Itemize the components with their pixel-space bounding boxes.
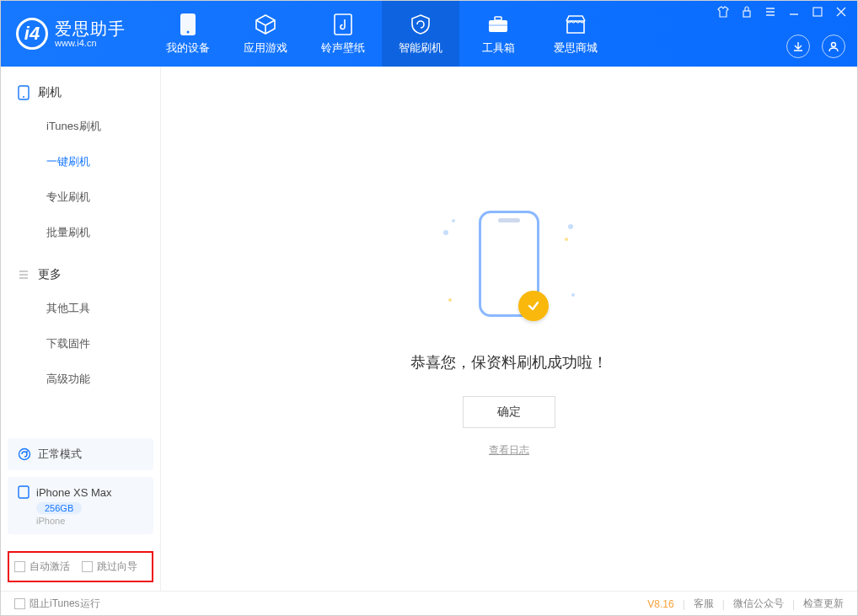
window-controls	[717, 6, 847, 18]
sidebar-item-other-tools[interactable]: 其他工具	[1, 291, 160, 326]
maximize-icon[interactable]	[812, 6, 823, 18]
device-card[interactable]: iPhone XS Max 256GB iPhone	[8, 477, 153, 534]
svg-rect-13	[19, 486, 29, 498]
nav-my-device[interactable]: 我的设备	[149, 1, 227, 67]
sidebar: 刷机 iTunes刷机 一键刷机 专业刷机 批量刷机 更多 其他工具 下载固件 …	[1, 67, 161, 591]
download-button[interactable]	[786, 35, 810, 58]
mode-card[interactable]: 正常模式	[8, 438, 153, 470]
cube-icon	[253, 12, 278, 37]
success-illustration	[442, 201, 576, 327]
nav-smart-flash[interactable]: 智能刷机	[382, 1, 459, 67]
phone-small-icon	[18, 485, 29, 499]
footer-link-update[interactable]: 检查更新	[803, 597, 844, 611]
footer-link-wechat[interactable]: 微信公众号	[733, 597, 784, 611]
list-icon	[18, 269, 29, 281]
briefcase-icon	[485, 12, 511, 37]
device-icon	[18, 85, 29, 100]
status-bar: 阻止iTunes运行 V8.16 | 客服 | 微信公众号 | 检查更新	[1, 591, 857, 616]
sidebar-item-itunes-flash[interactable]: iTunes刷机	[1, 109, 160, 144]
main-content: 恭喜您，保资料刷机成功啦！ 确定 查看日志	[161, 67, 857, 591]
logo-icon: i4	[16, 18, 48, 50]
close-icon[interactable]	[835, 6, 847, 18]
refresh-icon	[18, 447, 31, 461]
device-type: iPhone	[36, 516, 143, 526]
minimize-icon[interactable]	[788, 6, 800, 18]
svg-point-1	[187, 31, 190, 34]
app-header: i4 爱思助手 www.i4.cn 我的设备 应用游戏 铃声壁纸 智能刷机 工具…	[1, 1, 857, 67]
sidebar-item-oneclick-flash[interactable]: 一键刷机	[1, 144, 160, 179]
checkbox-auto-activate[interactable]: 自动激活	[14, 560, 70, 574]
music-file-icon	[330, 12, 356, 37]
check-badge-icon	[518, 291, 549, 321]
main-nav: 我的设备 应用游戏 铃声壁纸 智能刷机 工具箱 爱思商城	[149, 1, 614, 67]
app-logo: i4 爱思助手 www.i4.cn	[1, 18, 141, 50]
tshirt-icon[interactable]	[717, 6, 729, 18]
svg-rect-6	[743, 11, 750, 17]
shield-refresh-icon	[408, 12, 433, 37]
svg-rect-5	[489, 24, 507, 26]
svg-rect-7	[813, 8, 822, 16]
nav-ringtone-wallpaper[interactable]: 铃声壁纸	[304, 1, 382, 67]
sidebar-item-download-firmware[interactable]: 下载固件	[1, 326, 160, 362]
app-subtitle: www.i4.cn	[55, 38, 126, 48]
success-message: 恭喜您，保资料刷机成功啦！	[410, 352, 608, 372]
app-title: 爱思助手	[55, 19, 126, 38]
menu-icon[interactable]	[764, 6, 776, 18]
store-icon	[563, 12, 588, 37]
checkbox-skip-guide[interactable]: 跳过向导	[82, 560, 137, 574]
phone-illustration	[479, 211, 539, 317]
checkbox-block-itunes[interactable]: 阻止iTunes运行	[14, 597, 100, 611]
ok-button[interactable]: 确定	[463, 396, 555, 428]
svg-point-11	[19, 449, 30, 460]
view-log-link[interactable]: 查看日志	[489, 443, 529, 458]
nav-toolbox[interactable]: 工具箱	[459, 1, 537, 67]
sidebar-item-pro-flash[interactable]: 专业刷机	[1, 179, 160, 215]
nav-store[interactable]: 爱思商城	[537, 1, 614, 67]
phone-icon	[175, 12, 201, 37]
lock-icon[interactable]	[741, 6, 753, 18]
svg-point-12	[26, 451, 28, 453]
svg-point-10	[23, 96, 24, 98]
svg-rect-2	[335, 14, 351, 35]
user-button[interactable]	[822, 35, 845, 58]
device-name: iPhone XS Max	[36, 486, 112, 499]
sidebar-item-advanced[interactable]: 高级功能	[1, 362, 160, 397]
sidebar-group-more: 更多	[1, 259, 160, 291]
svg-rect-4	[495, 17, 501, 20]
svg-point-8	[832, 43, 836, 47]
options-highlight: 自动激活 跳过向导	[8, 551, 153, 582]
footer-link-support[interactable]: 客服	[694, 597, 714, 611]
sidebar-group-flash: 刷机	[1, 77, 160, 109]
nav-apps-games[interactable]: 应用游戏	[227, 1, 304, 67]
device-storage: 256GB	[36, 502, 82, 514]
sidebar-item-batch-flash[interactable]: 批量刷机	[1, 215, 160, 250]
version-label: V8.16	[647, 598, 673, 610]
